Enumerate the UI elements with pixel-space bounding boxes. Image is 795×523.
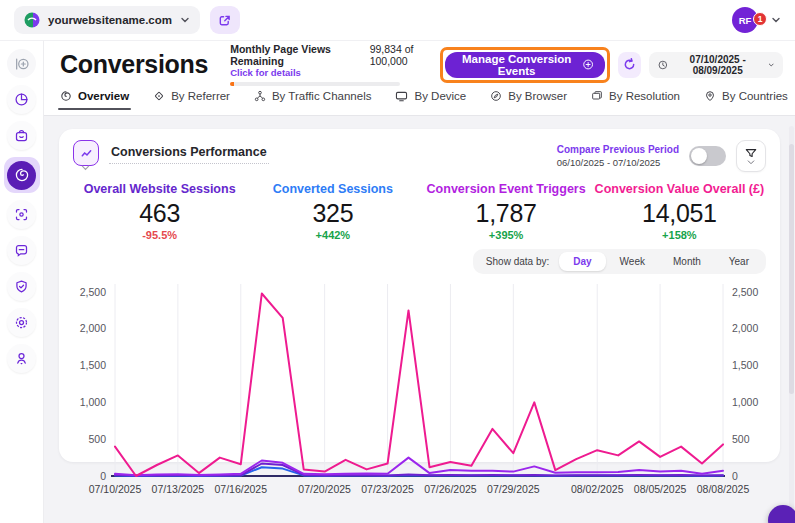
chevron-down-icon [180,15,190,25]
tab-label: By Device [414,90,466,102]
tab-label: By Referrer [171,90,230,102]
svg-text:2,500: 2,500 [732,286,758,298]
spiral-icon [60,90,72,102]
tab-label: By Resolution [609,90,680,102]
main-area: Conversions Performance Compare Previous… [44,116,795,475]
tab-by-resolution[interactable]: By Resolution [591,90,680,110]
account-menu[interactable]: RF 1 [732,7,781,33]
pageviews-details-link[interactable]: Click for details [230,67,440,78]
svg-text:08/05/2025: 08/05/2025 [634,483,687,495]
metrics-row: Overall Website Sessions 463 -95.5% Conv… [73,182,766,241]
metric-block: Conversion Value Overall (£) 14,051 +158… [593,182,766,241]
svg-text:07/26/2025: 07/26/2025 [424,483,477,495]
filter-button[interactable] [736,140,766,172]
tab-by-browser[interactable]: By Browser [490,90,567,110]
browser-icon [490,90,502,102]
tab-by-traffic-channels[interactable]: By Traffic Channels [254,90,372,110]
svg-text:07/10/2025: 07/10/2025 [89,483,142,495]
metric-delta: -95.5% [73,229,246,241]
toggle-knob [691,148,707,164]
refresh-button[interactable] [618,52,641,78]
pie-chart-icon[interactable] [7,85,36,114]
compare-range: 06/10/2025 - 07/10/2025 [557,157,679,168]
svg-text:07/29/2025: 07/29/2025 [487,483,540,495]
pageviews-progress-fill [230,82,233,86]
site-selector[interactable]: yourwebsitename.com [14,6,200,34]
svg-text:07/20/2025: 07/20/2025 [298,483,351,495]
clock-icon [658,59,668,71]
svg-text:1,500: 1,500 [80,359,106,371]
scrollbar-thumb[interactable] [789,144,794,394]
chat-icon[interactable] [7,236,36,265]
segment-week[interactable]: Week [606,252,659,271]
sidebar-item-conversions[interactable] [4,157,40,193]
tab-by-referrer[interactable]: By Referrer [153,90,230,110]
segment-day[interactable]: Day [559,252,605,271]
compare-toggle[interactable] [689,146,726,166]
metric-delta: +158% [593,229,766,241]
conversions-performance-card: Conversions Performance Compare Previous… [59,129,780,462]
plus-circle-icon [583,58,593,71]
bag-icon[interactable] [7,121,36,150]
metric-value: 325 [246,199,419,228]
chevron-down-icon [747,160,755,165]
chevron-down-icon [81,165,90,171]
manage-conversion-events-button[interactable]: Manage Conversion Events [445,52,605,78]
metric-block: Converted Sessions 325 +442% [246,182,419,241]
metric-label: Conversion Event Triggers [420,182,593,196]
pageviews-value: 99,834 of 100,000 [370,43,441,67]
compare-previous-period-label: Compare Previous Period [557,144,679,155]
tab-label: By Browser [508,90,567,102]
tab-overview[interactable]: Overview [60,90,129,110]
person-pin-icon[interactable] [7,344,36,373]
svg-text:07/13/2025: 07/13/2025 [152,483,205,495]
svg-text:0: 0 [100,470,106,482]
page-header: Conversions Monthly Page Views Remaining… [44,40,795,88]
svg-text:0: 0 [732,470,738,482]
target-scan-icon[interactable] [7,200,36,229]
svg-text:2,500: 2,500 [80,286,106,298]
chevron-down-icon [771,15,781,25]
gear-icon[interactable] [7,308,36,337]
tab-by-device[interactable]: By Device [395,90,466,110]
tab-label: Overview [78,90,129,102]
metric-value: 463 [73,199,246,228]
filter-funnel-icon [745,148,757,159]
manage-button-highlight: Manage Conversion Events [440,47,610,83]
tab-label: By Traffic Channels [272,90,372,102]
segment-month[interactable]: Month [659,252,715,271]
tab-by-countries[interactable]: By Countries [704,90,788,110]
metric-delta: +395% [420,229,593,241]
date-range-label: 07/10/2025 - 08/09/2025 [674,54,762,76]
performance-chart-icon[interactable] [73,140,99,166]
svg-text:500: 500 [88,433,106,445]
tab-bar: Overview By Referrer By Traffic Channels… [44,88,795,116]
svg-text:2,000: 2,000 [732,322,758,334]
resolution-icon [591,90,603,102]
date-range-picker[interactable]: 07/10/2025 - 08/09/2025 [649,52,783,78]
manage-button-label: Manage Conversion Events [457,53,575,77]
conversions-spiral-icon [7,161,36,190]
content-area: Conversions Monthly Page Views Remaining… [44,40,795,523]
svg-text:08/02/2025: 08/02/2025 [571,483,624,495]
pageviews-progress [230,82,400,86]
expand-sidebar-icon[interactable] [7,49,36,78]
tab-label: By Countries [722,90,788,102]
shield-check-icon[interactable] [7,272,36,301]
metric-label: Overall Website Sessions [73,182,246,196]
page-title: Conversions [60,50,208,79]
referrer-icon [153,90,165,102]
segment-year[interactable]: Year [715,252,763,271]
metric-label: Conversion Value Overall (£) [593,182,766,196]
sidebar [0,40,44,523]
open-site-button[interactable] [210,6,240,34]
external-link-icon [218,14,231,27]
map-pin-icon [704,90,716,102]
show-data-by-control: Show data by: Day Week Month Year [473,249,766,274]
svg-text:1,500: 1,500 [732,359,758,371]
chevron-down-icon [768,61,774,69]
notification-badge: 1 [753,12,767,26]
svg-text:500: 500 [732,433,750,445]
metric-label: Converted Sessions [246,182,419,196]
network-icon [254,90,266,102]
